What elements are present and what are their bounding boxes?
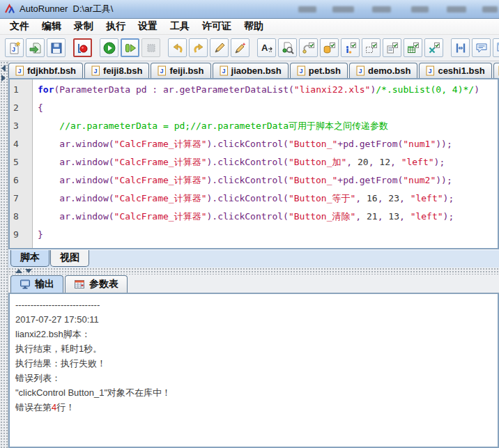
svg-text:J: J bbox=[429, 68, 432, 75]
monitor-icon bbox=[20, 279, 31, 290]
text-checkpoint-button[interactable]: A bbox=[257, 38, 276, 57]
info-checkpoint-button[interactable] bbox=[341, 38, 360, 57]
svg-text:J: J bbox=[160, 68, 164, 75]
file-tab-fdjkhbf[interactable]: J fdjkhbf.bsh bbox=[8, 63, 83, 78]
window-title: AutoRunner D:\ar工具\ bbox=[20, 3, 113, 15]
file-tab-feiji8[interactable]: J feiji8.bsh bbox=[84, 63, 149, 78]
save-button[interactable] bbox=[47, 38, 66, 57]
titlebar-ghost-text bbox=[372, 6, 391, 13]
file-tab-label: demo.bsh bbox=[368, 65, 410, 76]
image-checkpoint-button[interactable] bbox=[278, 38, 297, 57]
code-line bbox=[38, 244, 498, 248]
run-button[interactable] bbox=[100, 38, 118, 57]
redo-button[interactable] bbox=[189, 38, 208, 57]
tab-parameter-table[interactable]: 参数表 bbox=[65, 275, 128, 293]
expand-right-icon[interactable] bbox=[1, 75, 6, 82]
menu-record[interactable]: 录制 bbox=[68, 19, 100, 34]
toolbar: J bbox=[0, 35, 499, 61]
file-tab-feiji[interactable]: J feiji.bsh bbox=[151, 63, 210, 78]
stop-button[interactable] bbox=[141, 38, 160, 57]
line-number: 7 bbox=[13, 190, 32, 208]
menu-tools[interactable]: 工具 bbox=[164, 19, 196, 34]
menubar: 文件 编辑 录制 执行 设置 工具 许可证 帮助 bbox=[0, 19, 499, 35]
code-line: for(ParameterData pd : ar.getParameterDa… bbox=[38, 81, 498, 99]
code-line: ar.window("CalcFrame_计算器").clickControl(… bbox=[38, 190, 498, 208]
file-tab-pet[interactable]: J pet.bsh bbox=[290, 63, 348, 78]
document-checkpoint-button[interactable] bbox=[383, 38, 401, 57]
file-tab-demo[interactable]: J demo.bsh bbox=[349, 63, 417, 78]
file-tab-ceshi1[interactable]: J ceshi1.bsh bbox=[419, 63, 491, 78]
custom-checkpoint-button[interactable] bbox=[424, 38, 443, 57]
import-script-button[interactable] bbox=[26, 38, 45, 57]
svg-text:J: J bbox=[359, 68, 362, 75]
titlebar-ghost-text bbox=[332, 6, 354, 13]
file-tab-bar: J fdjkhbf.bsh J feiji8.bsh J feiji.bsh J… bbox=[8, 61, 499, 79]
tab-output-label: 输出 bbox=[35, 278, 54, 291]
file-tab-label: jiaoben.bsh bbox=[231, 65, 282, 76]
expand-up-icon[interactable] bbox=[15, 269, 22, 273]
line-number: 9 bbox=[13, 226, 32, 244]
form-action-button[interactable] bbox=[493, 38, 499, 57]
file-tab-label: feiji8.bsh bbox=[103, 65, 142, 76]
titlebar: AutoRunner D:\ar工具\ bbox=[0, 0, 499, 19]
collapse-down-icon[interactable] bbox=[25, 269, 32, 273]
script-file-icon: J bbox=[15, 65, 24, 76]
titlebar-ghost-text bbox=[482, 6, 498, 13]
code-line: { bbox=[38, 99, 498, 117]
database-checkpoint-button[interactable] bbox=[320, 38, 339, 57]
tab-view[interactable]: 视图 bbox=[50, 250, 89, 267]
svg-text:J: J bbox=[222, 68, 225, 75]
titlebar-ghost-text bbox=[298, 6, 316, 13]
file-tab-jiaoben[interactable]: J jiaoben.bsh bbox=[213, 63, 289, 78]
svg-text:J: J bbox=[299, 68, 302, 75]
message-button[interactable] bbox=[472, 38, 491, 57]
output-line: ---------------------------- bbox=[15, 298, 492, 312]
new-modify-button[interactable] bbox=[231, 38, 250, 57]
area-checkpoint-button[interactable] bbox=[362, 38, 381, 57]
new-script-button[interactable]: J bbox=[5, 38, 24, 57]
undo-button[interactable] bbox=[168, 38, 187, 57]
modify-script-button[interactable] bbox=[210, 38, 229, 57]
step-run-button[interactable] bbox=[121, 38, 139, 57]
script-file-icon: J bbox=[220, 65, 229, 76]
line-number: 6 bbox=[13, 171, 32, 190]
output-line: "clickControl Button_1"对象不在库中！ bbox=[15, 385, 492, 400]
menu-license[interactable]: 许可证 bbox=[196, 19, 238, 34]
excel-checkpoint-button[interactable] bbox=[404, 38, 422, 57]
line-number: 5 bbox=[13, 153, 32, 171]
main-area: J fdjkhbf.bsh J feiji8.bsh J feiji.bsh J… bbox=[0, 61, 499, 448]
menu-run[interactable]: 执行 bbox=[100, 19, 132, 34]
horizontal-splitter[interactable] bbox=[8, 268, 499, 275]
script-editor[interactable]: 12345678910 for(ParameterData pd : ar.ge… bbox=[8, 78, 499, 249]
tab-parameter-table-label: 参数表 bbox=[89, 278, 118, 291]
output-line: 执行结束，耗时1秒。 bbox=[15, 341, 492, 356]
script-file-icon: J bbox=[297, 65, 306, 76]
line-number: 10 bbox=[13, 244, 32, 249]
menu-help[interactable]: 帮助 bbox=[238, 19, 270, 34]
tab-output[interactable]: 输出 bbox=[10, 275, 63, 293]
svg-text:J: J bbox=[18, 68, 22, 75]
code-line: //ar.parameterData = pd;//ar.parameterDa… bbox=[38, 117, 498, 135]
table-icon bbox=[74, 279, 85, 290]
titlebar-ghost-text bbox=[447, 6, 466, 13]
svg-text:A: A bbox=[261, 43, 268, 53]
tab-script[interactable]: 脚本 bbox=[10, 250, 49, 267]
collapse-left-icon[interactable] bbox=[1, 65, 6, 72]
code-line: } bbox=[38, 226, 498, 244]
code-line: ar.window("CalcFrame_计算器").clickControl(… bbox=[38, 208, 498, 226]
line-number: 3 bbox=[13, 117, 32, 135]
menu-settings[interactable]: 设置 bbox=[132, 19, 164, 34]
menu-file[interactable]: 文件 bbox=[3, 19, 36, 34]
vertical-splitter[interactable] bbox=[0, 61, 8, 448]
line-number-gutter: 12345678910 bbox=[10, 79, 33, 248]
sync-point-button[interactable] bbox=[451, 38, 470, 57]
menu-edit[interactable]: 编辑 bbox=[36, 19, 68, 34]
file-tab-partial[interactable]: J bbox=[493, 63, 499, 78]
file-tab-label: feiji.bsh bbox=[169, 65, 204, 76]
record-button[interactable] bbox=[73, 38, 92, 57]
code-area[interactable]: for(ParameterData pd : ar.getParameterDa… bbox=[33, 79, 498, 248]
control-checkpoint-button[interactable] bbox=[299, 38, 318, 57]
script-file-icon: J bbox=[356, 65, 365, 76]
script-file-icon: J bbox=[426, 65, 435, 76]
line-number: 2 bbox=[13, 99, 32, 117]
